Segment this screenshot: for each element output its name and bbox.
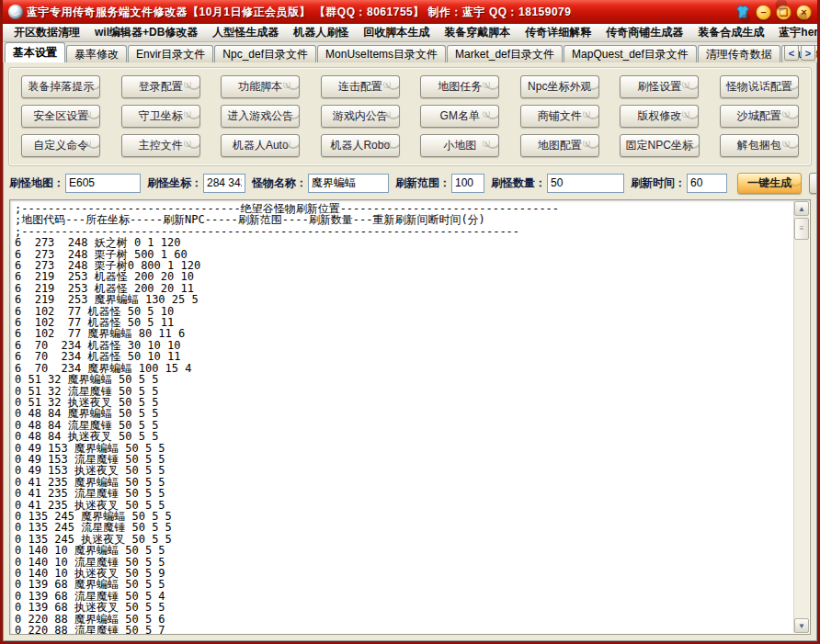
close-icon: ×	[801, 6, 806, 18]
restore-button[interactable]: ❑	[776, 5, 792, 20]
btn-minimap[interactable]: 小地图	[420, 134, 499, 157]
refresh-range-input[interactable]	[451, 174, 484, 193]
btn-npc-coord-look[interactable]: Npc坐标外观	[520, 75, 599, 98]
menu-item-legend-help[interactable]: 传奇详细解释	[518, 23, 598, 42]
tab-mapquest-def[interactable]: MapQuest_def目录文件	[564, 45, 697, 62]
monster-name-label: 怪物名称：	[252, 175, 307, 191]
btn-sandcity-config[interactable]: 沙城配置	[720, 105, 799, 128]
tab-basic-settings[interactable]: 基本设置	[5, 42, 65, 62]
menu-item-open-area-clean[interactable]: 开区数据清理	[6, 23, 87, 42]
btn-shop-file[interactable]: 商铺文件	[520, 105, 599, 128]
scroll-up-icon[interactable]: ▲	[794, 201, 809, 216]
button-row-2: 安全区设置 守卫坐标 进入游戏公告 游戏内公告 GM名单 商铺文件 版权修改 沙…	[11, 105, 809, 128]
menu-item-equip-script[interactable]: 装备穿戴脚本	[437, 23, 518, 42]
scrollbar-thumb[interactable]: ≡	[794, 218, 809, 240]
btn-copyright-edit[interactable]: 版权修改	[620, 105, 699, 128]
refresh-time-label: 刷新时间：	[631, 175, 686, 191]
menu-item-robot-spawn[interactable]: 机器人刷怪	[286, 23, 356, 42]
tab-scroll-buttons: < >	[784, 45, 815, 61]
btn-spawn-config[interactable]: 刷怪设置	[620, 75, 699, 98]
close-button[interactable]: ×	[796, 5, 812, 20]
spawn-map-label: 刷怪地图：	[9, 175, 64, 191]
btn-enter-game-notice[interactable]: 进入游戏公告	[221, 105, 300, 128]
skin-button[interactable]	[735, 4, 751, 20]
btn-unpack-pack[interactable]: 解包捆包	[720, 134, 799, 157]
btn-robot-robo[interactable]: 机器人Robo	[321, 134, 400, 157]
spawn-file-text[interactable]: ;---------------------------------绝望谷怪物刷…	[10, 200, 810, 635]
button-row-1: 装备掉落提示 登录配置 功能脚本 连击配置 地图任务 Npc坐标外观 刷怪设置 …	[11, 75, 809, 98]
btn-gm-list[interactable]: GM名单	[420, 105, 499, 128]
titlebar[interactable]: 蓝宇专用传奇服务端文件修改器【10月1日修正会员版】 【群QQ：8061755】…	[3, 0, 817, 24]
tab-clean-data[interactable]: 清理传奇数据	[698, 45, 780, 62]
app-globe-icon	[8, 5, 23, 19]
spawn-form: 刷怪地图： 刷怪坐标： 怪物名称： 刷新范围： 刷怪数量： 刷新时间： 一键生成…	[9, 170, 811, 196]
btn-equip-drop-tip[interactable]: 装备掉落提示	[21, 75, 100, 98]
one-key-generate-button[interactable]: 一键生成	[737, 173, 802, 194]
menu-item-shop-generator[interactable]: 传奇商铺生成器	[598, 23, 690, 42]
app-window: 蓝宇专用传奇服务端文件修改器【10月1日修正会员版】 【群QQ：8061755】…	[0, 0, 820, 644]
btn-login-config[interactable]: 登录配置	[121, 75, 200, 98]
shortcut-button-panel: 装备掉落提示 登录配置 功能脚本 连击配置 地图任务 Npc坐标外观 刷怪设置 …	[8, 67, 812, 166]
btn-main-control-file[interactable]: 主控文件	[121, 134, 200, 157]
tab-page-basic-settings: 装备掉落提示 登录配置 功能脚本 连击配置 地图任务 Npc坐标外观 刷怪设置 …	[3, 62, 817, 641]
menu-bar: 开区数据清理 wil编辑器+DB修改器 人型怪生成器 机器人刷怪 回收脚本生成 …	[3, 24, 817, 42]
spawn-coord-input[interactable]	[203, 174, 245, 193]
btn-ingame-notice[interactable]: 游戏内公告	[321, 105, 400, 128]
refresh-time-input[interactable]	[687, 174, 727, 193]
spawn-coord-label: 刷怪坐标：	[147, 175, 202, 191]
btn-map-config[interactable]: 地图配置	[520, 134, 599, 157]
spawn-count-label: 刷怪数量：	[491, 175, 546, 191]
tab-monuseitems[interactable]: MonUseItems目录文件	[317, 45, 446, 62]
spawn-file-editor[interactable]: ;---------------------------------绝望谷怪物刷…	[9, 199, 811, 635]
spawn-map-input[interactable]	[65, 174, 141, 193]
btn-custom-command[interactable]: 自定义命令	[21, 134, 100, 157]
scroll-down-icon[interactable]: ▼	[794, 618, 809, 633]
menu-item-herom2[interactable]: 蓝宇herom2	[771, 23, 820, 42]
tab-bar: 基本设置 暴率修改 Envir目录文件 Npc_def目录文件 MonUseIt…	[3, 42, 817, 62]
tab-envir[interactable]: Envir目录文件	[128, 45, 213, 62]
btn-guard-coords[interactable]: 守卫坐标	[121, 105, 200, 128]
btn-robot-auto[interactable]: 机器人Auto	[221, 134, 300, 157]
menu-item-recycle-script[interactable]: 回收脚本生成	[356, 23, 437, 42]
tab-npc-def[interactable]: Npc_def目录文件	[214, 45, 316, 62]
button-row-3: 自定义命令 主控文件 机器人Auto 机器人Robo 小地图 地图配置 固定NP…	[11, 134, 809, 157]
refresh-range-label: 刷新范围：	[395, 175, 450, 191]
btn-monster-say-config[interactable]: 怪物说话配置	[720, 75, 799, 98]
shirt-icon	[735, 5, 750, 19]
window-title: 蓝宇专用传奇服务端文件修改器【10月1日修正会员版】 【群QQ：8061755】…	[27, 5, 571, 20]
menu-item-wil-editor[interactable]: wil编辑器+DB修改器	[87, 23, 205, 42]
btn-fixed-npc-coords[interactable]: 固定NPC坐标	[620, 134, 700, 157]
tab-scroll-left-icon[interactable]: <	[784, 45, 799, 61]
btn-map-quest[interactable]: 地图任务	[420, 75, 499, 98]
modify-save-button[interactable]: 修改保存	[809, 173, 817, 194]
btn-function-script[interactable]: 功能脚本	[221, 75, 300, 98]
tab-droprate[interactable]: 暴率修改	[66, 45, 127, 62]
menu-item-compose-generator[interactable]: 装备合成生成	[690, 23, 771, 42]
monster-name-input[interactable]	[308, 174, 389, 193]
tab-scroll-right-icon[interactable]: >	[801, 45, 815, 61]
spawn-count-input[interactable]	[547, 174, 624, 193]
btn-combo-config[interactable]: 连击配置	[321, 75, 400, 98]
editor-scrollbar[interactable]: ▲ ≡ ▼	[793, 201, 809, 633]
tab-market-def[interactable]: Market_def目录文件	[447, 45, 563, 62]
minimize-button[interactable]: –	[756, 5, 771, 20]
minimize-icon: –	[760, 6, 766, 18]
menu-item-humanoid-generator[interactable]: 人型怪生成器	[205, 23, 286, 42]
restore-icon: ❑	[780, 6, 789, 18]
btn-safezone-config[interactable]: 安全区设置	[21, 105, 100, 128]
